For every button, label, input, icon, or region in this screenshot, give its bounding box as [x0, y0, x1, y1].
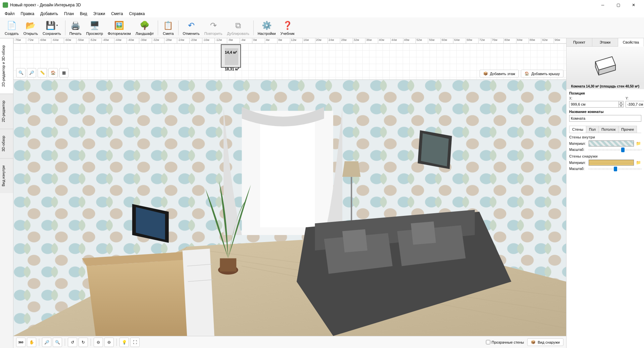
light-button[interactable]: 💡 [119, 338, 129, 347]
estimate-button[interactable]: 📋Смета [160, 19, 176, 37]
svg-rect-12 [260, 119, 315, 227]
ruler-tick: 44м [390, 38, 403, 43]
minimize-button[interactable]: ─ [595, 0, 610, 10]
position-heading: Позиция [569, 91, 641, 95]
tab-properties[interactable]: Свойства [618, 38, 644, 47]
ruler-tick: -24м [177, 38, 189, 43]
ruler-tick: -16м [202, 38, 214, 43]
settings-button[interactable]: ⚙️Настройки [256, 19, 278, 37]
open-button[interactable]: 📂Открыть [21, 19, 40, 37]
maximize-button[interactable]: ▢ [610, 0, 626, 10]
vtab-combo[interactable]: 2D-редактор и 3D-обзор [0, 38, 13, 94]
grid-tool[interactable]: ▦ [59, 68, 68, 77]
zoom-out-plan[interactable]: 🔍 [16, 68, 26, 77]
pan-button[interactable]: ✋ [27, 338, 36, 347]
transparent-walls-input[interactable] [486, 340, 490, 344]
open-folder-icon: 📂 [25, 20, 36, 31]
menu-add[interactable]: Добавить [38, 11, 61, 17]
ruler-tick: -56м [76, 38, 89, 43]
menu-file[interactable]: Файл [2, 11, 17, 17]
menu-help[interactable]: Справка [126, 11, 147, 17]
menu-floors[interactable]: Этажи [91, 11, 108, 17]
svg-marker-16 [342, 161, 360, 177]
menu-estimate[interactable]: Смета [108, 11, 126, 17]
view-outside-button[interactable]: 📦 Вид снаружи [527, 338, 563, 346]
undo-icon: ↶ [186, 20, 197, 31]
vtab-inside[interactable]: Вид изнутри [0, 158, 13, 193]
ruler-tick: -4м [240, 38, 252, 43]
add-floor-icon: 📦 [483, 71, 488, 76]
material-inside-browse[interactable]: 📁 [635, 140, 641, 147]
add-roof-button[interactable]: 🏠Добавить крышу [521, 70, 563, 77]
subtab-ceiling[interactable]: Потолок [598, 126, 618, 133]
print-button[interactable]: 🖨️Печать [67, 19, 84, 37]
add-floor-button[interactable]: 📦Добавить этаж [480, 70, 519, 77]
scale-outside-slider[interactable] [589, 168, 641, 170]
ruler-tick: 36м [365, 38, 378, 43]
ruler-tick: 80м [503, 38, 516, 43]
measure-tool[interactable]: 📏 [38, 68, 47, 77]
plan-2d-area[interactable]: 14,4 м² 18,31 м² 🔍 🔎 📏 🏠 ▦ 📦Добавить эта… [13, 44, 566, 80]
tilt-up-button[interactable]: ⊖ [94, 338, 103, 347]
subtab-other[interactable]: Прочее [618, 126, 637, 133]
room-area-2: 18,31 м² [225, 67, 239, 71]
scale-outside-label: Масштаб: [569, 167, 587, 171]
360-view-button[interactable]: 360 [16, 338, 26, 347]
tilt-down-button[interactable]: ⊖ [104, 338, 114, 347]
close-button[interactable]: ✕ [626, 0, 641, 10]
create-button[interactable]: 📄Создать [3, 19, 21, 37]
ruler-tick: 40м [378, 38, 390, 43]
rotate-right-button[interactable]: ↻ [79, 338, 88, 347]
home-tool[interactable]: 🏠 [48, 68, 58, 77]
ruler-tick: 24м [328, 38, 340, 43]
x-up[interactable]: ▲ [619, 101, 624, 104]
zoom-in-plan[interactable]: 🔎 [27, 68, 36, 77]
save-button[interactable]: 💾▾Сохранить [41, 19, 63, 37]
360-icon: 360 [18, 341, 23, 344]
landscape-button[interactable]: 🌳Ландшафт [134, 19, 156, 37]
ruler-tick: 72м [478, 38, 491, 43]
ruler-tick: -72м [26, 38, 38, 43]
ruler-tick: -68м [39, 38, 51, 43]
scale-inside-slider[interactable] [589, 149, 641, 151]
ruler-tick: 32м [353, 38, 365, 43]
zoom-out-3d[interactable]: 🔍 [53, 338, 62, 347]
undo-button[interactable]: ↶Отменить [181, 19, 201, 37]
subtab-walls[interactable]: Стены [569, 126, 586, 133]
transparent-walls-checkbox[interactable]: Прозрачные стены [486, 340, 524, 344]
ruler-icon: 📏 [40, 70, 45, 75]
vtab-3d-view[interactable]: 3D-обзор [0, 129, 13, 158]
scale-inside-label: Масштаб: [569, 148, 587, 152]
menu-view[interactable]: Вид [77, 11, 90, 17]
floorplan-shape[interactable] [221, 44, 241, 68]
x-down[interactable]: ▼ [619, 104, 624, 108]
expand-button[interactable]: ⛶ [130, 338, 140, 347]
walls-outside-heading: Стены снаружи [569, 154, 641, 158]
vtab-2d-editor[interactable]: 2D-редактор [0, 94, 13, 129]
zoom-in-3d[interactable]: 🔎 [42, 338, 51, 347]
tutorial-button[interactable]: ❓Учебник [279, 19, 297, 37]
menu-plan[interactable]: План [61, 11, 77, 17]
material-outside-browse[interactable]: 📁 [635, 160, 641, 166]
bulb-icon: 💡 [122, 340, 127, 345]
y-input[interactable]: ▲▼ [626, 101, 644, 108]
ruler-tick: -76м [13, 38, 26, 43]
photorealism-button[interactable]: 🖼️Фотореализм [106, 19, 133, 37]
ruler-tick: -20м [189, 38, 202, 43]
preview-button[interactable]: 🖥️Просмотр [84, 19, 105, 37]
rotate-left-button[interactable]: ↺ [68, 338, 77, 347]
tab-project[interactable]: Проект [566, 38, 592, 46]
x-input[interactable]: ▲▼ [569, 101, 624, 108]
tab-floors[interactable]: Этажи [592, 38, 618, 46]
menu-edit[interactable]: Правка [18, 11, 37, 17]
room-name-input[interactable] [569, 115, 641, 122]
viewport-3d[interactable] [13, 80, 566, 336]
properties-panel: Проект Этажи Свойства Комната 14,30 м² (… [566, 38, 644, 348]
redo-button: ↷Повторить [202, 19, 225, 37]
material-inside-swatch[interactable] [589, 140, 634, 147]
subtab-floor[interactable]: Пол [586, 126, 599, 133]
material-outside-swatch[interactable] [589, 160, 634, 166]
ruler-tick: 60м [441, 38, 453, 43]
ruler-tick: -48м [101, 38, 114, 43]
help-icon: ❓ [282, 20, 293, 31]
